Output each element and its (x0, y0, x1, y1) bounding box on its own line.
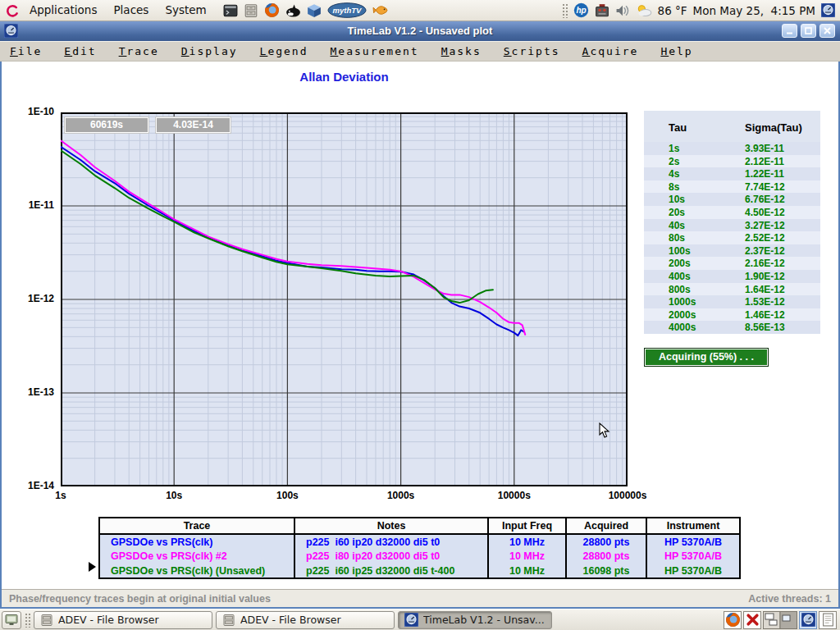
kvm-switch-icon[interactable] (595, 3, 609, 18)
trace-table-header: Acquired (566, 518, 646, 534)
timelab-tray-icon[interactable] (821, 3, 835, 17)
tau-value: 800s (669, 284, 691, 295)
menu-measurement[interactable]: Measurement (331, 45, 419, 57)
x-tick-label: 100000s (593, 490, 662, 501)
desktop: ApplicationsPlacesSystem mythTV hp86 °FM… (0, 0, 840, 630)
active-threads-label: Active threads: 1 (748, 593, 831, 605)
timelab-icon (404, 613, 418, 627)
virtualbox-icon[interactable] (307, 3, 322, 18)
mythtv-icon[interactable]: mythTV (327, 2, 367, 18)
sigma-value: 2.37E-12 (745, 245, 785, 257)
trace-freq-cell: 10 MHz (488, 564, 566, 578)
allan-deviation-plot[interactable] (61, 112, 628, 486)
task-button[interactable]: ADEV - File Browser (216, 611, 395, 629)
trace-table-row[interactable]: GPSDOe vs PRS(clk) #2p225 i80 ip20 d3200… (99, 549, 740, 564)
tau-value: 400s (669, 271, 691, 282)
show-desktop-button[interactable] (2, 611, 21, 629)
task-button-label: ADEV - File Browser (58, 614, 159, 626)
mouse-cursor (599, 422, 610, 439)
tau-sigma-row: 80s2.52E-12 (644, 231, 820, 244)
trace-instrument-cell: HP 5370A/B (646, 564, 740, 578)
close-icon-button[interactable] (743, 611, 761, 629)
task-button[interactable]: TimeLab V1.2 - Unsav... (398, 611, 552, 629)
fish-icon[interactable] (372, 4, 389, 16)
menu-acquire[interactable]: Acquire (582, 45, 639, 57)
selected-trace-pointer-icon (89, 562, 96, 572)
svg-text:hp: hp (576, 6, 586, 15)
document-icon-button[interactable] (819, 611, 837, 629)
timelab-icon-button[interactable] (799, 611, 817, 629)
tau-value: 40s (669, 220, 685, 231)
minimize-button[interactable] (782, 24, 797, 38)
clock-label[interactable]: Mon May 25, 4:15 PM (693, 4, 815, 17)
maximize-button[interactable] (801, 24, 816, 38)
timelab-icon (801, 613, 815, 627)
tau-value: 2000s (669, 309, 696, 321)
tau-sigma-header: Tau Sigma(Tau) (644, 111, 820, 142)
menu-trace[interactable]: Trace (119, 45, 159, 57)
file-manager-icon[interactable] (244, 3, 258, 18)
close-button[interactable] (819, 24, 835, 38)
weather-icon[interactable] (637, 4, 652, 17)
orca-icon[interactable] (285, 3, 301, 18)
trace-instrument-cell: HP 5370A/B (646, 534, 740, 549)
x-tick-label: 100s (253, 490, 322, 501)
panel-menus: ApplicationsPlacesSystem (21, 0, 215, 21)
y-tick-label: 1E-13 (5, 386, 54, 398)
taskbar-handle[interactable] (25, 613, 30, 628)
menu-masks[interactable]: Masks (441, 45, 482, 57)
trace-table-row[interactable]: GPSDOe vs PRS(clk)p225 i60 ip20 d32000 d… (99, 534, 740, 549)
tau-value: 20s (669, 207, 685, 218)
task-button-label: ADEV - File Browser (240, 614, 341, 626)
sigma-value: 3.27E-12 (745, 220, 785, 231)
sigma-value: 1.53E-12 (745, 296, 785, 308)
task-button[interactable]: ADEV - File Browser (34, 611, 212, 629)
panel-menu-system[interactable]: System (157, 3, 214, 16)
panel-launchers: mythTV (223, 2, 389, 18)
debian-logo-icon[interactable] (5, 3, 20, 18)
tau-sigma-rows: 1s3.93E-112s2.12E-114s1.22E-118s7.74E-12… (644, 142, 820, 334)
file-browser-icon (40, 614, 53, 627)
trace-notes-cell: p225 i60 ip25 d32000 di5 t-400 (294, 564, 488, 578)
menu-file[interactable]: File (10, 45, 42, 57)
trace-acquired-cell: 28800 pts (566, 549, 646, 564)
firefox-icon[interactable] (264, 2, 280, 18)
workspace-switcher[interactable] (763, 611, 797, 629)
panel-handle[interactable] (562, 3, 568, 18)
menu-scripts[interactable]: Scripts (504, 45, 560, 57)
menu-legend[interactable]: Legend (260, 45, 308, 57)
panel-status-area: hp86 °FMon May 25, 4:15 PM (562, 2, 835, 18)
tau-sigma-row: 10s6.76E-12 (644, 193, 820, 206)
tau-sigma-row: 800s1.64E-12 (644, 283, 820, 296)
tau-value: 4000s (669, 322, 696, 333)
trace-notes-cell: p225 i60 ip20 d32000 di5 t0 (294, 534, 488, 549)
menu-edit[interactable]: Edit (64, 45, 96, 57)
tau-sigma-row: 20s4.50E-12 (644, 206, 820, 219)
trace-table-header: Notes (294, 518, 488, 534)
close-icon (746, 613, 760, 627)
statusbar: Phase/frequency traces begin at original… (2, 589, 838, 607)
menu-help[interactable]: Help (660, 45, 692, 57)
panel-menu-places[interactable]: Places (105, 3, 157, 16)
firefox-icon-button[interactable] (724, 611, 742, 629)
trace-table-row[interactable]: GPSDOe vs PRS(clk) (Unsaved)p225 i60 ip2… (99, 564, 740, 578)
tau-value: 1s (669, 143, 679, 154)
plot-region[interactable]: 60619s 4.03E-14 (61, 112, 628, 486)
tau-value: 200s (669, 258, 691, 269)
task-buttons: ADEV - File BrowserADEV - File BrowserTi… (34, 611, 552, 629)
sigma-value: 2.52E-12 (745, 232, 785, 244)
tau-sigma-row: 1000s1.53E-12 (644, 295, 820, 308)
sigma-value: 4.50E-12 (745, 207, 785, 218)
terminal-icon[interactable] (223, 3, 238, 18)
volume-icon[interactable] (615, 3, 631, 18)
tau-value: 2s (669, 156, 679, 167)
trace-trace-cell: GPSDOe vs PRS(clk) (Unsaved) (99, 564, 294, 578)
tau-sigma-row: 2000s1.46E-12 (644, 308, 820, 322)
trace-acquired-cell: 28800 pts (566, 534, 646, 549)
x-tick-label: 1s (26, 490, 95, 501)
tau-sigma-row: 1s3.93E-11 (644, 142, 820, 155)
hp-icon[interactable]: hp (573, 2, 589, 18)
menu-display[interactable]: Display (181, 45, 238, 57)
panel-menu-applications[interactable]: Applications (21, 3, 105, 16)
sigma-value: 2.16E-12 (745, 258, 785, 269)
